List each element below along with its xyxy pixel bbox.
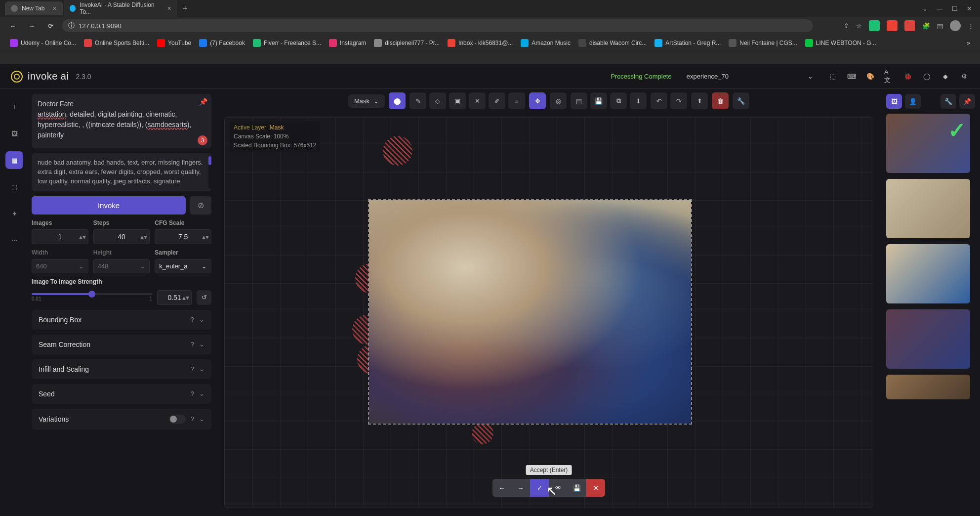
gallery-user-tab[interactable]: 👤 [905, 94, 921, 109]
nodes-tab[interactable]: ⬚ [5, 178, 23, 196]
pin-icon[interactable]: 📌 [199, 97, 207, 107]
bookmark-item[interactable]: disable Wacom Circ... [578, 39, 647, 47]
extension-icon[interactable] [904, 20, 915, 31]
positive-prompt[interactable]: 📌 Doctor Fate artstation, detailed, digi… [32, 94, 211, 148]
training-tab[interactable]: ⋯ [5, 231, 23, 249]
layer-select[interactable]: Mask⌄ [348, 94, 385, 108]
gallery-thumbnail[interactable] [886, 309, 970, 369]
help-icon[interactable]: ? [191, 365, 194, 373]
gallery-thumbnail[interactable] [886, 179, 970, 238]
lines-icon[interactable]: ≡ [508, 92, 525, 109]
star-icon[interactable]: ☆ [856, 22, 862, 30]
stepper-icon[interactable]: ▴▾ [140, 231, 147, 243]
images-input[interactable]: 1▴▾ [32, 229, 88, 244]
browser-tab-active[interactable]: InvokeAI - A Stable Diffusion To... × [64, 0, 177, 18]
undo-icon[interactable]: ↶ [651, 92, 667, 109]
bookmark-item[interactable]: (7) Facebook [199, 39, 245, 47]
forward-button[interactable]: → [25, 19, 39, 33]
eyedropper-tool[interactable]: ✐ [489, 92, 505, 109]
sidepanel-icon[interactable]: ▤ [937, 22, 943, 30]
help-icon[interactable]: ? [191, 390, 194, 397]
upload-icon[interactable]: ⬆ [691, 92, 708, 109]
brush-tool[interactable]: ⬤ [389, 92, 406, 109]
back-button[interactable]: ← [6, 19, 20, 33]
extension-icon[interactable] [869, 20, 880, 31]
bookmark-item[interactable]: Inbox - klk56831@... [448, 39, 513, 47]
bookmark-item[interactable]: discipleneil777 - Pr... [374, 39, 440, 47]
gallery-thumbnail[interactable] [886, 375, 970, 399]
bookmark-item[interactable]: Udemy - Online Co... [10, 39, 76, 47]
keyboard-icon[interactable]: ⌨ [847, 72, 857, 82]
close-icon[interactable]: × [52, 4, 56, 12]
next-button[interactable]: → [511, 479, 530, 497]
gallery-settings-icon[interactable]: 🔧 [940, 94, 956, 109]
scrollbar[interactable] [208, 156, 211, 188]
redo-icon[interactable]: ↷ [670, 92, 687, 109]
bug-icon[interactable]: 🐞 [903, 72, 913, 82]
strength-input[interactable]: 0.51▴▾ [157, 290, 192, 305]
canvas-image[interactable] [368, 199, 692, 425]
pencil-tool[interactable]: ✎ [409, 92, 426, 109]
postprocess-tab[interactable]: ✦ [5, 205, 23, 222]
close-icon[interactable]: × [167, 4, 171, 12]
cube-icon[interactable]: ⬚ [828, 72, 838, 82]
extension-icon[interactable] [887, 20, 898, 31]
help-icon[interactable]: ? [191, 341, 194, 348]
bookmark-item[interactable]: Neil Fontaine | CGS... [729, 39, 797, 47]
invoke-button[interactable]: Invoke [32, 196, 186, 215]
stepper-icon[interactable]: ▴▾ [202, 231, 209, 243]
bookmark-item[interactable]: Amazon Music [521, 39, 571, 47]
stepper-icon[interactable]: ▴▾ [182, 292, 189, 303]
variations-toggle[interactable] [169, 415, 186, 424]
toggle-visibility-button[interactable]: 👁 [549, 479, 568, 497]
minimize-icon[interactable]: — [937, 5, 943, 12]
url-field[interactable]: ⓘ 127.0.0.1:9090 [62, 19, 813, 32]
discord-icon[interactable]: ◆ [940, 72, 950, 82]
steps-input[interactable]: 40▴▾ [93, 229, 150, 244]
language-icon[interactable]: A文 [884, 72, 894, 82]
bounding-box-section[interactable]: Bounding Box?⌄ [32, 310, 211, 330]
height-select[interactable]: 448⌄ [93, 259, 150, 273]
browser-tab[interactable]: New Tab × [5, 1, 63, 15]
bookmark-item[interactable]: ArtStation - Greg R... [654, 39, 721, 47]
eraser-tool[interactable]: ◇ [429, 92, 446, 109]
clear-tool[interactable]: ✕ [469, 92, 486, 109]
chevron-down-icon[interactable]: ⌄ [922, 5, 928, 12]
delete-icon[interactable]: 🗑 [712, 92, 729, 109]
stepper-icon[interactable]: ▴▾ [79, 231, 86, 243]
canvas-tab[interactable]: ▦ [5, 151, 23, 169]
seam-correction-section[interactable]: Seam Correction?⌄ [32, 335, 211, 354]
gallery-thumbnail[interactable]: ✓ [886, 114, 970, 173]
extensions-icon[interactable]: 🧩 [922, 22, 930, 30]
negative-prompt[interactable]: nude bad anatomy, bad hands, text, error… [32, 153, 211, 191]
new-tab-button[interactable]: + [178, 1, 192, 15]
seed-section[interactable]: Seed?⌄ [32, 384, 211, 404]
move-tool[interactable]: ✥ [529, 92, 546, 109]
bookmark-item[interactable]: Fiverr - Freelance S... [253, 39, 321, 47]
menu-icon[interactable]: ⋮ [968, 22, 974, 30]
fill-tool[interactable]: ▣ [449, 92, 466, 109]
save-staging-button[interactable]: 💾 [568, 479, 586, 497]
help-icon[interactable]: ? [191, 415, 194, 423]
profile-avatar[interactable] [950, 20, 961, 31]
github-icon[interactable]: ◯ [922, 72, 932, 82]
transform-tool[interactable]: ◎ [550, 92, 567, 109]
cancel-button[interactable]: ⊘ [190, 196, 211, 215]
cfg-input[interactable]: 7.5▴▾ [155, 229, 211, 244]
copy-icon[interactable]: ⧉ [610, 92, 627, 109]
img2img-tab[interactable]: 🖼 [5, 125, 23, 142]
bookmark-item[interactable]: Instagram [329, 39, 366, 47]
variations-section[interactable]: Variations?⌄ [32, 409, 211, 430]
gear-icon[interactable]: ⚙ [959, 72, 969, 82]
canvas-viewport[interactable]: Active Layer: Mask Canvas Scale: 100% Sc… [224, 117, 873, 508]
infill-scaling-section[interactable]: Infill and Scaling?⌄ [32, 359, 211, 379]
prev-button[interactable]: ← [492, 479, 511, 497]
gallery-thumbnail[interactable] [886, 244, 970, 303]
wrench-icon[interactable]: 🔧 [733, 92, 749, 109]
accept-button[interactable]: ✓ [530, 479, 549, 497]
help-icon[interactable]: ? [191, 316, 194, 323]
layers-icon[interactable]: ▤ [571, 92, 587, 109]
reset-icon[interactable]: ↺ [197, 290, 211, 305]
gallery-pin-icon[interactable]: 📌 [959, 94, 975, 109]
download-icon[interactable]: ⬇ [630, 92, 647, 109]
